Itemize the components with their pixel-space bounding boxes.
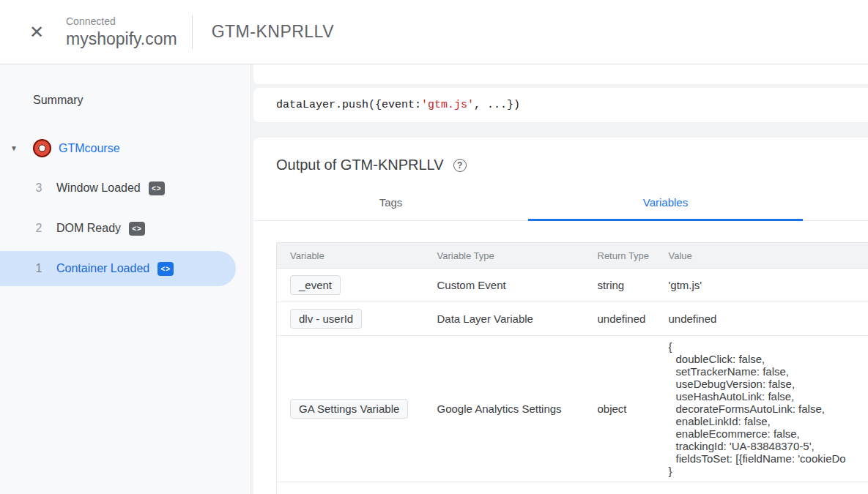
event-number: 2	[34, 222, 44, 235]
value-cell: { doubleClick: false, setTrackerName: fa…	[656, 336, 868, 482]
close-icon[interactable]: ✕	[28, 23, 45, 41]
table-header-row: Variable Variable Type Return Type Value	[277, 243, 868, 269]
sidebar-item-container-loaded[interactable]: 1 Container Loaded <>	[0, 251, 236, 286]
value-cell: undefined	[656, 302, 868, 336]
sidebar-item-window-loaded[interactable]: 3 Window Loaded <>	[0, 171, 251, 206]
chevron-down-icon[interactable]: ▼	[10, 144, 22, 152]
col-header-return-type: Return Type	[585, 243, 656, 269]
top-header: ✕ Connected myshopify.com GTM-KNPRLLV	[0, 0, 868, 64]
event-number: 1	[34, 262, 44, 275]
sidebar-item-summary[interactable]: Summary	[33, 94, 251, 107]
return-type-cell: string	[585, 269, 656, 302]
sidebar-item-dom-ready[interactable]: 2 DOM Ready <>	[0, 211, 251, 246]
col-header-variable: Variable	[277, 243, 424, 269]
main-panel: dataLayer.push({event: 'gtm.js', ...}) O…	[251, 64, 868, 494]
code-icon: <>	[157, 262, 174, 276]
col-header-variable-type: Variable Type	[424, 243, 585, 269]
output-card: Output of GTM-KNPRLLV ? Tags Variables V…	[253, 138, 868, 494]
header-divider	[192, 15, 193, 49]
table-row: dlv - userId Data Layer Variable undefin…	[277, 302, 868, 336]
sidebar-container-row[interactable]: ▼ GTMcourse	[10, 141, 251, 156]
output-card-title: Output of GTM-KNPRLLV	[276, 157, 444, 173]
return-type-cell: object	[585, 336, 656, 482]
return-type-cell: undefined	[585, 302, 656, 336]
table-row: GA Settings Variable Google Analytics Se…	[277, 336, 868, 482]
variable-chip[interactable]: _event	[290, 275, 341, 295]
output-tabs: Tags Variables	[253, 183, 868, 221]
variable-type-cell: Google Analytics Settings	[424, 336, 585, 482]
col-header-value: Value	[656, 243, 868, 269]
previous-card-clipped	[253, 64, 868, 84]
event-label: Container Loaded	[56, 262, 149, 275]
datalayer-push-code: dataLayer.push({event: 'gtm.js', ...})	[253, 88, 868, 123]
container-id-title: GTM-KNPRLLV	[212, 22, 334, 42]
variable-chip[interactable]: dlv - userId	[290, 309, 362, 329]
code-event-name: 'gtm.js'	[421, 99, 474, 111]
code-icon: <>	[129, 222, 145, 236]
variable-type-cell: Data Layer Variable	[424, 302, 585, 336]
code-suffix: , ...})	[474, 99, 520, 111]
object-value: { doubleClick: false, setTrackerName: fa…	[669, 340, 868, 477]
tab-variables[interactable]: Variables	[528, 183, 803, 221]
tab-tags[interactable]: Tags	[253, 183, 528, 221]
help-icon[interactable]: ?	[453, 159, 467, 172]
variable-chip[interactable]: GA Settings Variable	[290, 399, 408, 419]
container-name: GTMcourse	[59, 142, 120, 155]
variables-table: Variable Variable Type Return Type Value…	[276, 242, 868, 494]
value-cell: 'gtm.js'	[656, 269, 868, 302]
connection-info: Connected myshopify.com	[66, 15, 177, 49]
code-prefix: dataLayer.push({event:	[276, 99, 421, 111]
event-number: 3	[34, 181, 44, 195]
code-icon: <>	[149, 181, 165, 195]
connected-status: Connected	[66, 15, 177, 27]
event-list: 3 Window Loaded <> 2 DOM Ready <> 1 Cont…	[0, 171, 251, 286]
event-sidebar: Summary ▼ GTMcourse 3 Window Loaded <> 2…	[0, 64, 251, 494]
table-row-clipped	[277, 482, 868, 494]
event-label: Window Loaded	[56, 181, 141, 195]
connected-domain: myshopify.com	[66, 29, 177, 49]
table-row: _event Custom Event string 'gtm.js'	[277, 269, 868, 302]
event-label: DOM Ready	[56, 222, 121, 235]
variable-type-cell: Custom Event	[424, 269, 585, 302]
container-logo-icon	[34, 141, 50, 156]
